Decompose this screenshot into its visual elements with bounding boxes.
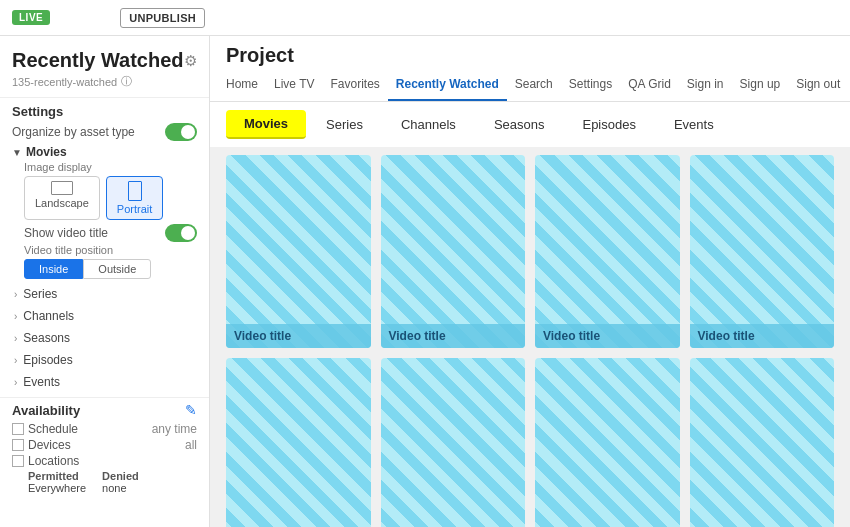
tab-movies[interactable]: Movies [226, 110, 306, 139]
locations-icon [12, 455, 24, 467]
show-video-title-label: Show video title [24, 226, 108, 240]
grid-container: Video title Video title Video title Vide… [210, 147, 850, 527]
organize-label: Organize by asset type [12, 125, 135, 139]
schedule-value: any time [152, 422, 197, 436]
chevron-right-icon: › [14, 333, 17, 344]
video-grid: Video title Video title Video title Vide… [226, 155, 834, 527]
video-title-overlay: Video title [535, 324, 680, 348]
landscape-icon [51, 181, 73, 195]
grid-item[interactable] [690, 358, 835, 527]
unpublish-button[interactable]: UNPUBLISH [120, 8, 205, 28]
nav-item-qa-grid[interactable]: QA Grid [620, 69, 679, 101]
nav-item-sign-out[interactable]: Sign out [788, 69, 848, 101]
tab-episodes[interactable]: Episodes [564, 110, 653, 139]
grid-item[interactable] [226, 358, 371, 527]
permitted-value: Everywhere [28, 482, 86, 494]
nav-sections: › Series › Channels › Seasons › Episodes… [0, 283, 209, 393]
tab-series[interactable]: Series [308, 110, 381, 139]
portrait-icon [128, 181, 142, 201]
page-id: 135-recently-watched [12, 76, 117, 88]
denied-value: none [102, 482, 139, 494]
series-section-item[interactable]: › Series [0, 283, 209, 305]
events-section-item[interactable]: › Events [0, 371, 209, 393]
nav-item-sign-up[interactable]: Sign up [732, 69, 789, 101]
video-title-overlay: Video title [226, 324, 371, 348]
right-content: Project Home Live TV Favorites Recently … [210, 36, 850, 527]
video-title-position-label: Video title position [24, 244, 197, 256]
settings-title: Settings [12, 104, 197, 119]
edit-availability-icon[interactable]: ✎ [185, 402, 197, 418]
landscape-option[interactable]: Landscape [24, 176, 100, 220]
chevron-right-icon: › [14, 377, 17, 388]
denied-header: Denied [102, 470, 139, 482]
top-nav: Home Live TV Favorites Recently Watched … [210, 69, 850, 102]
sidebar: Recently Watched 135-recently-watched ⓘ … [0, 36, 210, 527]
nav-item-settings[interactable]: Settings [561, 69, 620, 101]
outside-position-btn[interactable]: Outside [83, 259, 151, 279]
nav-item-home[interactable]: Home [218, 69, 266, 101]
grid-item[interactable]: Video title [535, 155, 680, 348]
nav-item-search[interactable]: Search [507, 69, 561, 101]
settings-section: Settings Organize by asset type ▼ Movies… [0, 104, 209, 279]
video-title-overlay: Video title [690, 324, 835, 348]
show-video-title-toggle[interactable] [165, 224, 197, 242]
nav-item-recently-watched[interactable]: Recently Watched [388, 69, 507, 101]
grid-item[interactable]: Video title [381, 155, 526, 348]
devices-icon [12, 439, 24, 451]
chevron-right-icon: › [14, 289, 17, 300]
grid-item[interactable]: Video title [690, 155, 835, 348]
availability-title: Availability [12, 403, 80, 418]
seasons-section-item[interactable]: › Seasons [0, 327, 209, 349]
channels-section-item[interactable]: › Channels [0, 305, 209, 327]
chevron-right-icon: › [14, 311, 17, 322]
page-heading: Recently Watched [12, 48, 184, 72]
nav-item-favorites[interactable]: Favorites [322, 69, 387, 101]
schedule-icon [12, 423, 24, 435]
chevron-right-icon: › [14, 355, 17, 366]
project-title: Project [210, 36, 850, 69]
tabs-bar: Movies Series Channels Seasons Episodes … [210, 102, 850, 147]
video-title-overlay: Video title [381, 324, 526, 348]
info-icon: ⓘ [121, 74, 132, 89]
tab-channels[interactable]: Channels [383, 110, 474, 139]
tab-events[interactable]: Events [656, 110, 732, 139]
chevron-down-icon[interactable]: ▼ [12, 147, 22, 158]
schedule-label: Schedule [12, 422, 78, 436]
devices-label: Devices [12, 438, 71, 452]
portrait-option[interactable]: Portrait [106, 176, 163, 220]
live-badge: LIVE [12, 10, 50, 25]
locations-label: Locations [28, 454, 79, 468]
grid-item[interactable] [381, 358, 526, 527]
grid-item[interactable]: Video title [226, 155, 371, 348]
nav-item-live-tv[interactable]: Live TV [266, 69, 322, 101]
devices-value: all [185, 438, 197, 452]
grid-item[interactable] [535, 358, 680, 527]
movies-section-label: Movies [26, 145, 67, 159]
nav-item-sign-in[interactable]: Sign in [679, 69, 732, 101]
availability-section: Availability ✎ Schedule any time Devices… [0, 402, 209, 494]
image-display-label: Image display [24, 161, 197, 173]
episodes-section-item[interactable]: › Episodes [0, 349, 209, 371]
inside-position-btn[interactable]: Inside [24, 259, 83, 279]
gear-icon[interactable]: ⚙ [184, 52, 197, 70]
tab-seasons[interactable]: Seasons [476, 110, 563, 139]
organize-toggle[interactable] [165, 123, 197, 141]
permitted-header: Permitted [28, 470, 86, 482]
